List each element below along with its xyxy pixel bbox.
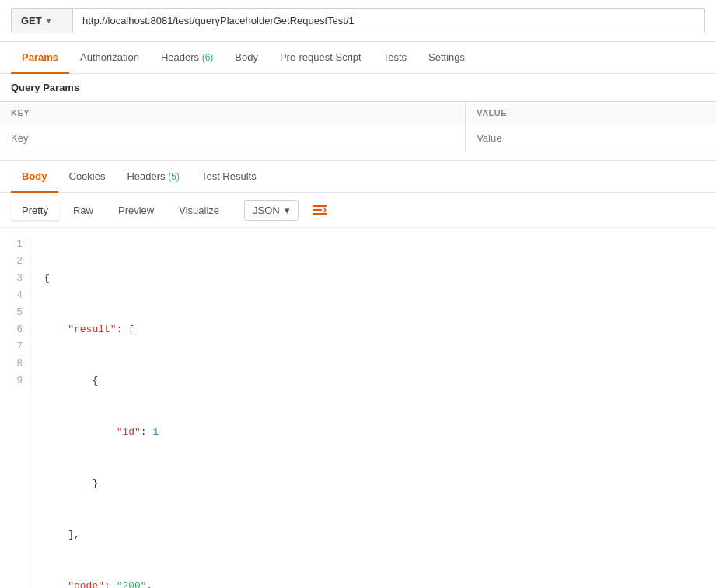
line-num-3: 3 xyxy=(8,270,23,287)
code-content: { "result": [ { "id": 1 } ], "code": "20… xyxy=(31,236,716,588)
line-numbers: 1 2 3 4 5 6 7 8 9 xyxy=(0,236,31,588)
line-num-7: 7 xyxy=(8,338,23,355)
fmt-btn-raw[interactable]: Raw xyxy=(62,201,104,220)
code-line-6: ], xyxy=(44,527,704,544)
res-tab-testresults[interactable]: Test Results xyxy=(190,161,267,193)
line-num-1: 1 xyxy=(8,236,23,253)
code-line-4: "id": 1 xyxy=(44,424,704,441)
url-bar: GET ▾ xyxy=(0,0,716,42)
code-line-3: { xyxy=(44,373,704,390)
response-area: Body Cookies Headers (5) Test Results Pr… xyxy=(0,160,716,588)
response-tabs: Body Cookies Headers (5) Test Results xyxy=(0,161,716,193)
res-tab-body[interactable]: Body xyxy=(11,161,58,193)
tab-authorization[interactable]: Authorization xyxy=(69,42,150,74)
res-tab-cookies[interactable]: Cookies xyxy=(58,161,117,193)
tab-params[interactable]: Params xyxy=(11,42,69,74)
format-toolbar: Pretty Raw Preview Visualize JSON ▾ xyxy=(0,193,716,228)
line-num-9: 9 xyxy=(8,373,23,390)
value-input[interactable] xyxy=(477,132,705,144)
key-input[interactable] xyxy=(11,132,454,144)
code-line-7: "code": "200", xyxy=(44,578,704,588)
value-cell xyxy=(466,124,716,152)
method-label: GET xyxy=(21,15,42,26)
svg-rect-1 xyxy=(313,209,322,211)
fmt-btn-pretty[interactable]: Pretty xyxy=(11,201,59,220)
format-type-select[interactable]: JSON ▾ xyxy=(244,200,299,221)
fmt-btn-preview[interactable]: Preview xyxy=(107,201,165,220)
tab-headers[interactable]: Headers (6) xyxy=(150,42,224,74)
svg-rect-0 xyxy=(313,205,327,207)
code-line-5: } xyxy=(44,475,704,492)
headers-badge: (6) xyxy=(202,52,214,63)
line-num-6: 6 xyxy=(8,321,23,338)
res-headers-badge: (5) xyxy=(168,171,180,182)
col-value: VALUE xyxy=(466,102,716,124)
tab-tests[interactable]: Tests xyxy=(372,42,417,74)
format-chevron-icon: ▾ xyxy=(285,205,290,216)
line-num-8: 8 xyxy=(8,355,23,373)
code-area: 1 2 3 4 5 6 7 8 9 { "result": [ { "id": … xyxy=(0,228,716,588)
url-input[interactable] xyxy=(73,8,705,33)
line-num-2: 2 xyxy=(8,253,23,270)
res-tab-headers[interactable]: Headers (5) xyxy=(116,161,190,193)
key-cell xyxy=(0,124,466,152)
table-row xyxy=(0,124,716,152)
code-line-2: "result": [ xyxy=(44,321,704,338)
method-chevron: ▾ xyxy=(47,16,51,25)
query-params-title: Query Params xyxy=(0,74,716,102)
svg-rect-2 xyxy=(313,213,327,215)
method-select[interactable]: GET ▾ xyxy=(11,8,73,33)
wrap-button[interactable] xyxy=(308,199,331,221)
line-num-4: 4 xyxy=(8,287,23,304)
tab-settings[interactable]: Settings xyxy=(417,42,476,74)
params-table: KEY VALUE xyxy=(0,102,716,152)
tab-prerequest[interactable]: Pre-request Script xyxy=(269,42,372,74)
code-line-1: { xyxy=(44,270,704,287)
tab-body[interactable]: Body xyxy=(224,42,269,74)
line-num-5: 5 xyxy=(8,304,23,321)
fmt-btn-visualize[interactable]: Visualize xyxy=(168,201,230,220)
request-tabs: Params Authorization Headers (6) Body Pr… xyxy=(0,42,716,74)
format-type-label: JSON xyxy=(253,205,280,216)
col-key: KEY xyxy=(0,102,466,124)
